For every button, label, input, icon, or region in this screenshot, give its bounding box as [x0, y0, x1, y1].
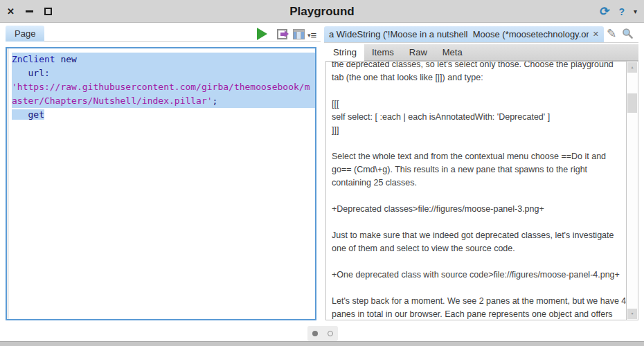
text-line: +One deprecated class with source code>f…: [332, 268, 626, 282]
page-indicator[interactable]: [307, 326, 338, 341]
inspector-pane: StringItemsRawMeta the deprecated classe…: [325, 44, 638, 320]
play-icon: [257, 28, 267, 40]
hamburger-icon: ≡: [311, 30, 317, 40]
inspector-content: the deprecated classes, so let's select …: [325, 61, 638, 320]
tab-page[interactable]: Page: [6, 26, 44, 42]
tab-string[interactable]: String: [325, 44, 364, 61]
close-window-icon[interactable]: ✕: [7, 0, 15, 23]
tab-raw[interactable]: Raw: [402, 44, 435, 60]
inspector-tabs: StringItemsRawMeta: [325, 44, 638, 61]
text-line: [332, 190, 626, 203]
left-header-divider: [6, 41, 321, 42]
minimize-window-icon[interactable]: [26, 10, 33, 12]
maximize-window-icon[interactable]: [44, 8, 52, 15]
string-text: the deprecated classes, so let's select …: [332, 61, 626, 320]
do-it-button[interactable]: [257, 28, 267, 40]
text-line: the deprecated classes, so let's select …: [332, 61, 626, 71]
tab-items[interactable]: Items: [364, 44, 402, 60]
columns-icon: [293, 29, 305, 39]
window-title: Playground: [289, 0, 355, 23]
text-line: Select the whole text and from the conte…: [332, 150, 626, 163]
scrollbar[interactable]: ▴ ▾: [626, 61, 638, 320]
browse-pages-button[interactable]: [293, 29, 305, 39]
tab-meta[interactable]: Meta: [435, 44, 470, 60]
scroll-down-icon[interactable]: ▾: [627, 309, 637, 319]
editor-gutter: [7, 48, 9, 319]
string-view[interactable]: the deprecated classes, so let's select …: [325, 61, 626, 320]
titlebar-icons: ⟳ ? ▾: [600, 0, 637, 23]
edit-pencil-icon[interactable]: ✎: [607, 26, 616, 41]
publish-icon: [277, 29, 287, 39]
page-dot-active[interactable]: [312, 331, 318, 336]
text-line: panes in total in our browser. Each pane…: [332, 308, 626, 320]
text-line: self select: [ :each | each isAnnotatedW…: [332, 111, 626, 124]
text-line: [332, 84, 626, 98]
help-icon[interactable]: ?: [618, 6, 625, 17]
text-line: ]]]: [332, 124, 626, 137]
code-line: 'https://raw.githubusercontent.com/girba…: [12, 80, 315, 94]
text-line: [332, 282, 626, 295]
titlebar: ✕ Playground ⟳ ? ▾: [0, 0, 644, 23]
scrollbar-thumb[interactable]: [627, 93, 637, 113]
text-line: [332, 137, 626, 150]
text-line: go== (Cmd\+g). This results in a new pan…: [332, 163, 626, 176]
publish-button[interactable]: [277, 29, 287, 39]
tab-result-widestring[interactable]: a WideString ('!Moose in a nutshell Moos…: [324, 26, 604, 42]
code-editor-pane[interactable]: ZnClient new url:'https://raw.githubuser…: [6, 47, 316, 320]
refresh-icon[interactable]: ⟳: [599, 4, 611, 19]
page-dot-inactive[interactable]: [328, 331, 333, 336]
playground-menu-button[interactable]: ▾ ≡: [307, 30, 316, 40]
text-line: +Deprecated classes>file://figures/moose…: [332, 203, 626, 216]
text-line: tab (the one that looks like [|]) and ty…: [332, 71, 626, 84]
text-line: Just to make sure that we indeed got dep…: [332, 229, 626, 242]
search-icon[interactable]: [622, 28, 634, 42]
result-tab-label: a WideString ('!Moose in a nutshell Moos…: [329, 26, 589, 42]
inspector-tabs-filler: ItemsRawMeta: [364, 44, 638, 61]
code-line: aster/Chapters/Nutshell/index.pillar';: [12, 94, 315, 108]
text-line: [332, 255, 626, 268]
code-line: url:: [12, 66, 315, 80]
code-line: get: [12, 108, 315, 122]
text-line: containing 25 classes.: [332, 176, 626, 190]
scroll-up-icon[interactable]: ▴: [627, 62, 637, 73]
right-header-divider: [324, 42, 638, 43]
text-line: [332, 216, 626, 229]
window-bottom-edge: [0, 341, 644, 346]
window-controls: ✕: [7, 0, 52, 23]
close-tab-icon[interactable]: ✕: [593, 26, 599, 42]
text-line: Let's step back for a moment. We see 2 p…: [332, 295, 626, 308]
code-lines: ZnClient new url:'https://raw.githubuser…: [12, 53, 315, 122]
text-line: [[[: [332, 98, 626, 111]
code-line: ZnClient new: [12, 53, 315, 66]
window-menu-icon[interactable]: ▾: [634, 8, 637, 15]
text-line: one of them and select to view the sourc…: [332, 242, 626, 255]
